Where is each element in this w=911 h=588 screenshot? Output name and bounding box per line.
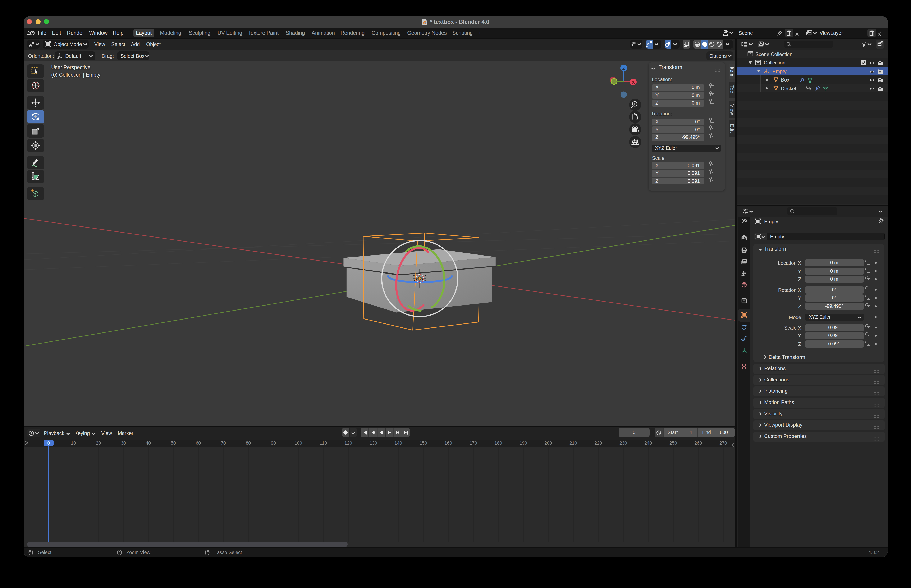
svg-text:Z: Z xyxy=(622,66,625,71)
svg-text:X: X xyxy=(632,80,635,84)
